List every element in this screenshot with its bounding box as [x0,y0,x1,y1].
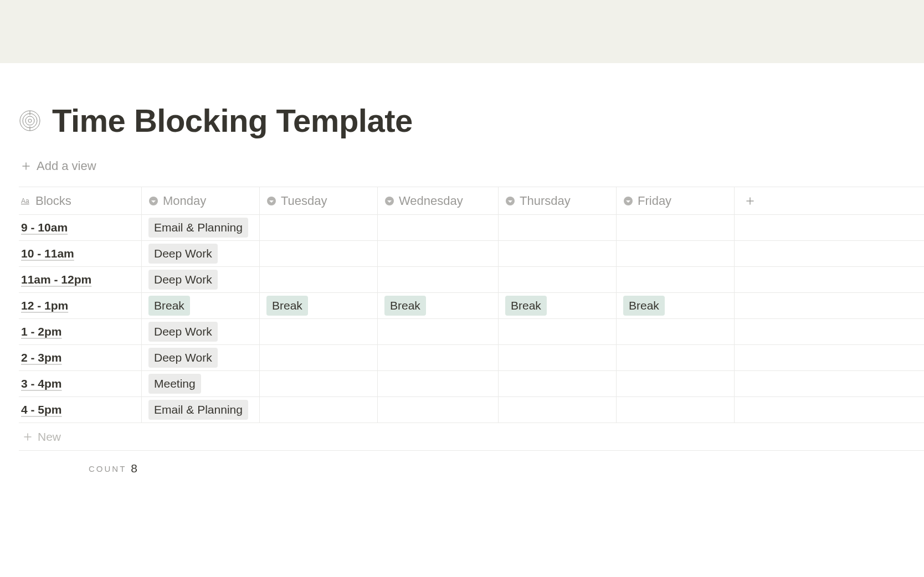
day-cell[interactable]: Email & Planning [142,215,260,240]
add-column-button[interactable] [735,187,766,214]
tag: Deep Work [148,348,218,368]
block-cell[interactable]: 9 - 10am [19,215,142,240]
table-row[interactable]: 9 - 10amEmail & Planning [19,215,924,241]
day-cell[interactable] [617,397,735,423]
day-cell[interactable] [260,345,378,370]
block-label[interactable]: 9 - 10am [21,221,68,234]
day-cell[interactable]: Meeting [142,371,260,396]
row-trailing-cell [735,345,766,370]
block-label[interactable]: 4 - 5pm [21,403,62,416]
row-trailing-cell [735,241,766,266]
day-cell[interactable] [499,371,617,396]
table-row[interactable]: 2 - 3pmDeep Work [19,345,924,371]
add-view-label: Add a view [37,159,96,173]
day-cell[interactable]: Deep Work [142,267,260,292]
day-cell[interactable] [260,397,378,423]
block-cell[interactable]: 4 - 5pm [19,397,142,423]
block-label[interactable]: 3 - 4pm [21,377,62,390]
day-cell[interactable]: Break [378,293,499,318]
day-cell[interactable] [617,345,735,370]
day-cell[interactable] [617,319,735,344]
day-cell[interactable] [499,215,617,240]
row-trailing-cell [735,397,766,423]
day-cell[interactable] [260,215,378,240]
svg-point-1 [23,114,37,128]
tag: Meeting [148,374,201,394]
day-cell[interactable]: Break [617,293,735,318]
select-property-icon [623,196,633,206]
day-cell[interactable] [499,319,617,344]
table-row[interactable]: 10 - 11amDeep Work [19,241,924,267]
block-cell[interactable]: 11am - 12pm [19,267,142,292]
block-cell[interactable]: 1 - 2pm [19,319,142,344]
day-cell[interactable] [260,267,378,292]
count-value: 8 [131,462,137,475]
column-header-thursday[interactable]: Thursday [499,187,617,214]
day-cell[interactable] [499,241,617,266]
day-cell[interactable]: Email & Planning [142,397,260,423]
day-cell[interactable] [378,397,499,423]
day-cell[interactable] [617,215,735,240]
day-cell[interactable]: Deep Work [142,345,260,370]
table-row[interactable]: 3 - 4pmMeeting [19,371,924,397]
page-title[interactable]: Time Blocking Template [52,102,413,139]
block-label[interactable]: 2 - 3pm [21,351,62,364]
new-row-label: New [38,430,61,444]
day-cell[interactable] [499,345,617,370]
tag: Deep Work [148,322,218,342]
day-cell[interactable] [499,397,617,423]
block-cell[interactable]: 2 - 3pm [19,345,142,370]
column-header-tuesday[interactable]: Tuesday [260,187,378,214]
day-cell[interactable] [499,267,617,292]
day-cell[interactable] [378,241,499,266]
tag: Break [384,296,426,316]
add-view-button[interactable]: Add a view [21,156,924,177]
svg-point-3 [28,119,32,122]
day-cell[interactable] [260,319,378,344]
day-cell[interactable] [378,345,499,370]
day-cell[interactable]: Break [260,293,378,318]
block-cell[interactable]: 10 - 11am [19,241,142,266]
column-header-friday[interactable]: Friday [617,187,735,214]
day-cell[interactable] [378,371,499,396]
block-label[interactable]: 11am - 12pm [21,273,91,286]
day-cell[interactable] [260,371,378,396]
table-body: 9 - 10amEmail & Planning10 - 11amDeep Wo… [19,215,924,423]
day-cell[interactable] [378,267,499,292]
column-header-wednesday[interactable]: Wednesday [378,187,499,214]
row-trailing-cell [735,215,766,240]
day-cell[interactable] [617,241,735,266]
tag: Email & Planning [148,218,248,238]
day-cell[interactable] [260,241,378,266]
block-label[interactable]: 1 - 2pm [21,325,62,338]
day-cell[interactable] [378,215,499,240]
day-cell[interactable] [617,267,735,292]
table-row[interactable]: 11am - 12pmDeep Work [19,267,924,293]
day-cell[interactable]: Deep Work [142,319,260,344]
tag: Break [623,296,665,316]
column-label: Blocks [35,194,71,208]
select-property-icon [384,196,394,206]
table-row[interactable]: 4 - 5pmEmail & Planning [19,397,924,423]
column-label: Friday [638,194,671,208]
count-summary[interactable]: COUNT 8 [19,451,924,475]
column-header-blocks[interactable]: Aa Blocks [19,187,142,214]
column-label: Monday [163,194,206,208]
day-cell[interactable] [378,319,499,344]
day-cell[interactable]: Break [499,293,617,318]
column-header-monday[interactable]: Monday [142,187,260,214]
day-cell[interactable] [617,371,735,396]
day-cell[interactable]: Break [142,293,260,318]
svg-point-2 [25,116,34,125]
tag: Break [148,296,190,316]
day-cell[interactable]: Deep Work [142,241,260,266]
cover-banner [0,0,924,63]
block-label[interactable]: 10 - 11am [21,247,74,260]
block-label[interactable]: 12 - 1pm [21,299,68,312]
table-row[interactable]: 12 - 1pmBreakBreakBreakBreakBreak [19,293,924,319]
block-cell[interactable]: 12 - 1pm [19,293,142,318]
table-row[interactable]: 1 - 2pmDeep Work [19,319,924,345]
new-row-button[interactable]: New [19,423,924,451]
page-icon[interactable] [19,110,41,132]
block-cell[interactable]: 3 - 4pm [19,371,142,396]
